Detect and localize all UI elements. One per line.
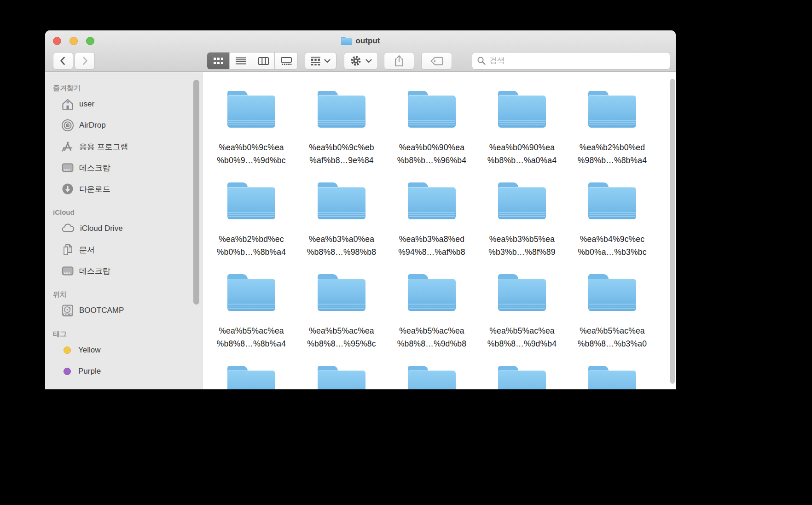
columns-icon <box>258 57 269 65</box>
documents-icon <box>61 243 74 256</box>
sidebar-item-tag-purple[interactable]: Purple <box>45 361 202 382</box>
finder-window: output <box>45 30 676 389</box>
sidebar-item-bootcamp[interactable]: BOOTCAMP <box>45 300 202 321</box>
folder-item[interactable]: %ea%b5%ac%ea%b8%8…%9d%b8 <box>387 273 477 365</box>
action-button[interactable] <box>344 52 378 70</box>
sidebar-item-user[interactable]: user <box>45 94 202 115</box>
desktop-icon <box>61 161 74 174</box>
folder-icon <box>318 365 365 389</box>
folder-item[interactable] <box>567 365 657 389</box>
tag-button[interactable] <box>421 52 452 70</box>
folder-icon <box>408 182 456 219</box>
home-icon <box>61 98 74 111</box>
chevron-down-icon <box>324 59 331 63</box>
back-button[interactable] <box>53 52 73 70</box>
search-input[interactable] <box>489 56 665 65</box>
sidebar-item-desktop[interactable]: 데스크탑 <box>45 157 202 178</box>
sidebar-item-tag-yellow[interactable]: Yellow <box>45 340 202 361</box>
folder-name: %ea%b2%bd%ec%b0%b…%8b%a4 <box>206 233 296 258</box>
gear-icon <box>350 55 362 67</box>
folder-name: %ea%b3%a0%ea%b8%8…%98%b8 <box>296 233 387 258</box>
sidebar-scrollbar[interactable] <box>193 80 199 305</box>
sidebar: 즐겨찾기 user AirDrop <box>45 72 203 389</box>
view-list-button[interactable] <box>230 53 252 69</box>
folder-icon <box>227 182 275 219</box>
folder-name: %ea%b4%9c%ec%b0%a…%b3%bc <box>567 233 657 258</box>
folder-name: %ea%b3%b5%ea%b3%b…%8f%89 <box>477 233 567 258</box>
folder-icon <box>588 182 636 219</box>
window-proxy-folder-icon <box>341 37 352 45</box>
folder-item[interactable]: %ea%b3%b5%ea%b3%b…%8f%89 <box>477 182 567 273</box>
sidebar-item-applications[interactable]: 응용 프로그램 <box>45 136 202 157</box>
airdrop-icon <box>61 119 74 132</box>
purple-tag-icon <box>64 368 71 375</box>
sidebar-item-icloud-drive[interactable]: iCloud Drive <box>45 218 202 239</box>
forward-button[interactable] <box>75 52 95 70</box>
folder-name: %ea%b5%ac%ea%b8%8…%b3%a0 <box>567 324 657 350</box>
hard-drive-icon <box>61 304 74 317</box>
download-icon <box>61 182 74 195</box>
folder-icon <box>408 273 456 311</box>
folder-name: %ea%b5%ac%ea%b8%8…%95%8c <box>296 324 387 350</box>
cloud-icon <box>61 222 75 235</box>
view-mode-control <box>207 52 298 70</box>
sidebar-section-icloud: iCloud <box>45 207 202 218</box>
folder-item[interactable]: %ea%b0%9c%ea%b0%9…%9d%bc <box>206 90 296 182</box>
folder-item[interactable]: %ea%b5%ac%ea%b8%8…%95%8c <box>296 273 387 365</box>
list-icon <box>236 57 246 65</box>
sidebar-item-documents[interactable]: 문서 <box>45 239 202 260</box>
sidebar-item-desktop-icloud[interactable]: 데스크탑 <box>45 260 202 282</box>
group-by-button[interactable] <box>305 52 336 70</box>
content-scrollbar[interactable] <box>670 79 675 384</box>
view-gallery-button[interactable] <box>275 53 297 69</box>
folder-item[interactable]: %ea%b2%b0%ed%98%b…%8b%a4 <box>567 90 657 182</box>
folder-grid: %ea%b0%9c%ea%b0%9…%9d%bc %ea%b0%9c%eb%af… <box>203 72 676 389</box>
view-columns-button[interactable] <box>252 53 275 69</box>
folder-item[interactable]: %ea%b5%ac%ea%b8%8…%8b%a4 <box>206 273 296 365</box>
folder-item[interactable]: %ea%b3%a0%ea%b8%8…%98%b8 <box>296 182 387 273</box>
app-store-icon <box>61 140 74 153</box>
folder-icon <box>318 273 365 311</box>
folder-item[interactable] <box>206 365 296 389</box>
sidebar-item-airdrop[interactable]: AirDrop <box>45 115 202 136</box>
folder-item[interactable]: %ea%b5%ac%ea%b8%8…%b3%a0 <box>567 273 657 365</box>
share-button[interactable] <box>384 52 414 70</box>
folder-name: %ea%b5%ac%ea%b8%8…%9d%b8 <box>387 324 477 350</box>
folder-icon <box>588 365 636 389</box>
chevron-left-icon <box>58 56 68 66</box>
sidebar-section-locations: 위치 <box>45 289 202 300</box>
folder-icon <box>588 90 636 128</box>
folder-item[interactable]: %ea%b5%ac%ea%b8%8…%9d%b4 <box>477 273 567 365</box>
icon-grid-icon <box>214 57 223 65</box>
folder-name: %ea%b2%b0%ed%98%b…%8b%a4 <box>567 141 657 167</box>
folder-icon <box>588 273 636 311</box>
folder-icon <box>227 90 275 128</box>
folder-item[interactable]: %ea%b3%a8%ed%94%8…%af%b8 <box>387 182 477 273</box>
folder-icon <box>498 90 546 128</box>
folder-item[interactable] <box>387 365 477 389</box>
chevron-right-icon <box>80 56 90 66</box>
sidebar-item-downloads[interactable]: 다운로드 <box>45 178 202 200</box>
yellow-tag-icon <box>64 346 71 354</box>
folder-name: %ea%b0%90%ea%b8%b…%a0%a4 <box>477 141 567 167</box>
share-arrow-icon <box>394 55 405 67</box>
search-icon <box>477 56 486 65</box>
folder-name: %ea%b5%ac%ea%b8%8…%8b%a4 <box>206 324 296 350</box>
folder-icon <box>498 182 546 219</box>
folder-item[interactable]: %ea%b0%90%ea%b8%b…%a0%a4 <box>477 90 567 182</box>
folder-item[interactable] <box>477 365 567 389</box>
folder-name: %ea%b0%9c%ea%b0%9…%9d%bc <box>206 141 296 167</box>
toolbar <box>45 52 676 72</box>
tag-icon <box>430 57 443 65</box>
folder-item[interactable]: %ea%b0%90%ea%b8%b…%96%b4 <box>387 90 477 182</box>
view-icon-grid-button[interactable] <box>207 53 230 69</box>
folder-name: %ea%b5%ac%ea%b8%8…%9d%b4 <box>477 324 567 350</box>
folder-item[interactable]: %ea%b2%bd%ec%b0%b…%8b%a4 <box>206 182 296 273</box>
folder-item[interactable]: %ea%b0%9c%eb%af%b8…9e%84 <box>296 90 387 182</box>
folder-view: %ea%b0%9c%ea%b0%9…%9d%bc %ea%b0%9c%eb%af… <box>203 72 676 389</box>
folder-item[interactable]: %ea%b4%9c%ec%b0%a…%b3%bc <box>567 182 657 273</box>
folder-icon <box>318 182 365 219</box>
chevron-down-icon <box>365 59 372 63</box>
folder-item[interactable] <box>296 365 387 389</box>
window-title: output <box>356 36 380 46</box>
